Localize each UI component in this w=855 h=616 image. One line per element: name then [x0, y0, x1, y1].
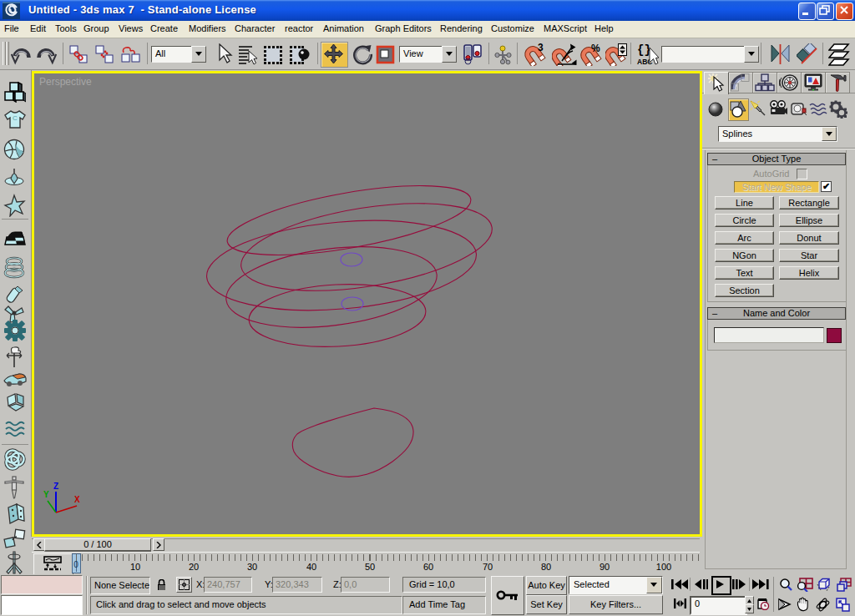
svg-text:Y: Y [43, 490, 49, 499]
svg-text:Z: Z [53, 482, 58, 491]
svg-text:3: 3 [538, 43, 544, 53]
svg-text:X: X [74, 495, 80, 504]
svg-text:%: % [591, 43, 600, 54]
svg-text:C: C [13, 114, 18, 122]
svg-text:{}: {} [637, 43, 651, 57]
